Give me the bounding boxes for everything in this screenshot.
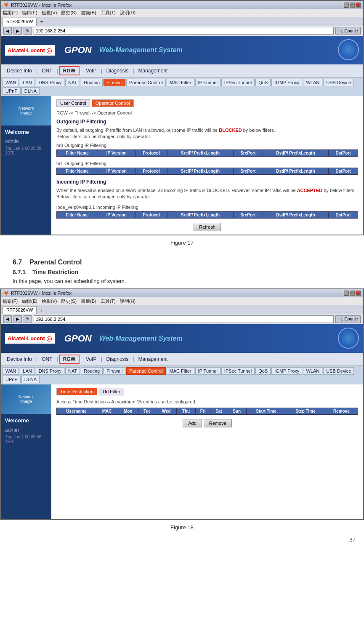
subnav2-igmp-proxy[interactable]: IGMP Proxy — [271, 367, 302, 375]
subnav2-mac-filter[interactable]: MAC Filter — [167, 367, 194, 375]
menu2-view[interactable]: 檢視(V) — [42, 298, 57, 304]
subnav2-parental-control[interactable]: Parental Control — [126, 367, 166, 375]
router-ui-2: Alcatel·Lucent ◎ GPON Web-Management Sys… — [1, 324, 363, 519]
menu2-file[interactable]: 檔案(F) — [3, 298, 18, 304]
menu-tools[interactable]: 工具(T) — [101, 10, 116, 16]
remove-button[interactable]: Remove — [204, 419, 232, 427]
col-dstip: DstIP/ PrefixLength — [263, 149, 329, 156]
content-area-1: NetworkImage Welcome admin Thu Jan 1 00:… — [1, 96, 363, 235]
browser-tab-2[interactable]: RTF3026VW — [3, 306, 37, 314]
minimize-button-2[interactable]: _ — [344, 291, 349, 296]
nav-tab-management[interactable]: Management — [135, 67, 171, 75]
col-start-time: Start Time — [246, 408, 286, 414]
subnav2-wlan[interactable]: WLAN — [303, 367, 322, 375]
menu-bookmarks[interactable]: 書籤(B) — [81, 10, 96, 16]
window-controls-2[interactable]: _ □ ✕ — [344, 291, 361, 296]
subnav2-dns-proxy[interactable]: DNS Proxy — [36, 367, 64, 375]
back-button-2[interactable]: ◀ — [3, 315, 12, 323]
menu2-edit[interactable]: 編輯(E) — [22, 298, 37, 304]
window-controls[interactable]: _ □ ✕ — [344, 3, 361, 8]
subnav-wlan[interactable]: WLAN — [303, 79, 322, 86]
subnav-qos[interactable]: QoS — [255, 79, 271, 86]
operator-control-btn[interactable]: Operator Control — [92, 99, 134, 107]
menu2-tools[interactable]: 工具(T) — [101, 298, 116, 304]
menu-view[interactable]: 檢視(V) — [42, 10, 57, 16]
brand-logo-icon-2: ◎ — [46, 334, 52, 342]
subnav-ipsec-tunnel[interactable]: IPSec Tunnel — [221, 79, 255, 86]
subnav2-dlna[interactable]: DLNA — [21, 376, 40, 383]
subnav-dlna[interactable]: DLNA — [21, 87, 40, 95]
close-button-2[interactable]: ✕ — [356, 291, 361, 296]
menu-edit[interactable]: 編輯(E) — [22, 10, 37, 16]
subnav-mac-filter[interactable]: MAC Filter — [167, 79, 194, 86]
subnav2-usb-device[interactable]: USB Device — [323, 367, 354, 375]
figure-17-caption: Figure 17 — [0, 235, 364, 250]
col-ipv-3: IP Version — [98, 211, 135, 218]
nav-tab-device-info[interactable]: Device Info — [3, 67, 35, 75]
forward-button[interactable]: ▶ — [13, 27, 22, 35]
subnav2-routing[interactable]: Routing — [81, 367, 103, 375]
br0-label: br0 Outgoing IP Filtering — [56, 143, 358, 148]
menu2-help[interactable]: 說明(H) — [120, 298, 136, 304]
subnav2-nat[interactable]: NAT — [65, 367, 80, 375]
col-dstport: DstPort — [329, 149, 358, 156]
subnav-igmp-proxy[interactable]: IGMP Proxy — [271, 79, 302, 86]
subnav-firewall[interactable]: Firewall — [104, 79, 125, 86]
time-restriction-btn[interactable]: Time Restriction — [56, 388, 97, 395]
nav2-tab-management[interactable]: Management — [135, 355, 171, 363]
reload-button[interactable]: ↻ — [24, 27, 32, 35]
user-control-btn[interactable]: User Control — [56, 99, 90, 107]
search-button[interactable]: 🔍 Google — [335, 27, 361, 35]
maximize-button-2[interactable]: □ — [350, 291, 355, 296]
subnav-lan[interactable]: LAN — [20, 79, 35, 86]
button-row-1: Refresh — [56, 223, 358, 231]
subnav2-ipsec-tunnel[interactable]: IPSec Tunnel — [221, 367, 255, 375]
subnav-dns-proxy[interactable]: DNS Proxy — [36, 79, 64, 86]
subnav-upnp[interactable]: UPnP — [3, 87, 21, 95]
subnav-routing[interactable]: Routing — [81, 79, 103, 86]
subnav2-qos[interactable]: QoS — [255, 367, 271, 375]
subnav-wan[interactable]: WAN — [3, 79, 19, 86]
menu-history[interactable]: 歷史(S) — [61, 10, 77, 16]
address-bar-1[interactable]: 192.168.2.254 — [34, 27, 334, 35]
menu2-bookmarks[interactable]: 書籤(B) — [81, 298, 96, 304]
url-filter-btn[interactable]: Url Filter — [99, 388, 124, 395]
menu-file[interactable]: 檔案(F) — [3, 10, 18, 16]
nav-tab-diagnosis[interactable]: Diagnosis — [103, 67, 132, 75]
subnav-parental-control[interactable]: Parental Control — [126, 79, 166, 86]
add-button[interactable]: Add — [183, 419, 202, 427]
nav2-tab-voip[interactable]: VoIP — [82, 355, 100, 363]
new-tab-button-2[interactable]: + — [37, 306, 46, 314]
subnav2-ip-tunnel[interactable]: IP Tunnel — [195, 367, 221, 375]
maximize-button[interactable]: □ — [350, 3, 355, 8]
subnav-ip-tunnel[interactable]: IP Tunnel — [195, 79, 221, 86]
address-bar-2[interactable]: 192.168.2.254 — [34, 315, 334, 323]
subnav2-wan[interactable]: WAN — [3, 367, 19, 375]
menu2-history[interactable]: 歷史(S) — [61, 298, 77, 304]
refresh-button-1[interactable]: Refresh — [194, 223, 221, 231]
subnav2-lan[interactable]: LAN — [20, 367, 35, 375]
nav-tab-voip[interactable]: VoIP — [82, 67, 100, 75]
reload-button-2[interactable]: ↻ — [24, 315, 32, 323]
subnav2-firewall[interactable]: Firewall — [104, 367, 125, 375]
sidebar-admin-label: admin — [1, 139, 51, 146]
subnav-usb-device[interactable]: USB Device — [323, 79, 354, 86]
nav2-tab-device-info[interactable]: Device Info — [3, 355, 35, 363]
forward-button-2[interactable]: ▶ — [13, 315, 22, 323]
access-desc: Access Time Restriction -- A maximum 15 … — [56, 399, 358, 405]
subnav-nat[interactable]: NAT — [65, 79, 80, 86]
minimize-button[interactable]: _ — [344, 3, 349, 8]
nav-tab-rgw[interactable]: RGW — [59, 66, 80, 75]
back-button[interactable]: ◀ — [3, 27, 12, 35]
nav-tab-ont[interactable]: ONT — [38, 67, 56, 75]
sidebar-2: NetworkImage Welcome admin Thu Jan 1 00:… — [1, 384, 51, 519]
nav2-tab-ont[interactable]: ONT — [38, 355, 56, 363]
close-button[interactable]: ✕ — [356, 3, 361, 8]
nav2-tab-rgw[interactable]: RGW — [59, 355, 80, 364]
search-button-2[interactable]: 🔍 Google — [335, 315, 361, 323]
subnav2-upnp[interactable]: UPnP — [3, 376, 21, 383]
nav2-tab-diagnosis[interactable]: Diagnosis — [103, 355, 132, 363]
menu-help[interactable]: 說明(H) — [120, 10, 136, 16]
browser-tab-1[interactable]: RTF3026VW — [3, 18, 37, 26]
new-tab-button[interactable]: + — [37, 18, 46, 26]
